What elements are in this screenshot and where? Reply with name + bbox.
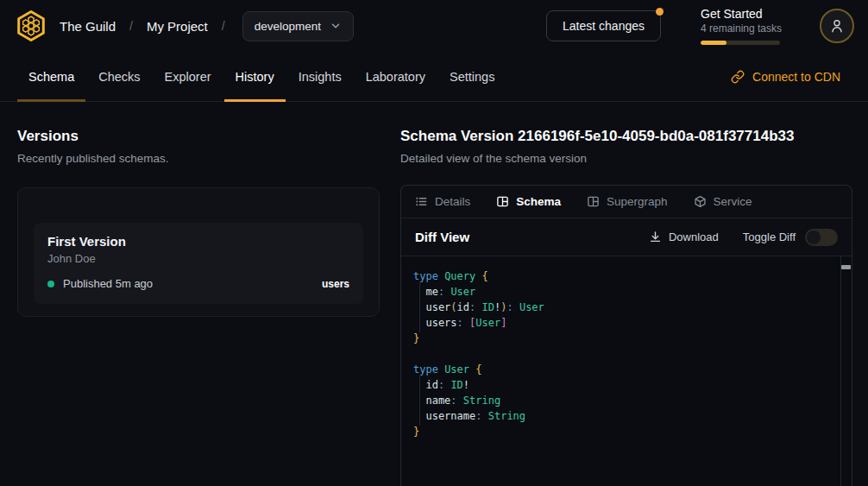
breadcrumb-project[interactable]: My Project	[147, 19, 208, 34]
detail-tab-label: Supergraph	[607, 195, 668, 208]
app-header: The Guild / My Project / development Lat…	[0, 0, 868, 52]
nav-tab-history[interactable]: History	[224, 52, 286, 101]
detail-tab-details[interactable]: Details	[415, 195, 470, 208]
link-icon	[731, 70, 745, 84]
version-list-item[interactable]: First Version John Doe Published 5m ago …	[34, 223, 363, 304]
breadcrumb-org[interactable]: The Guild	[60, 19, 116, 34]
nav-tabs: SchemaChecksExplorerHistoryInsightsLabor…	[17, 52, 506, 101]
code-line: id: ID!	[413, 377, 827, 393]
detail-tab-label: Schema	[516, 195, 561, 208]
scrollbar-thumb[interactable]	[841, 265, 851, 269]
toggle-knob	[807, 230, 821, 244]
user-avatar[interactable]	[820, 9, 854, 43]
code-line: users: [User]	[413, 315, 827, 331]
version-status: Published 5m ago	[63, 277, 153, 290]
code-line: me: User	[413, 284, 827, 300]
detail-tab-service[interactable]: Service	[694, 195, 752, 208]
code-line: type User {	[413, 362, 827, 377]
nav-tab-checks[interactable]: Checks	[87, 52, 151, 101]
nav-tab-settings[interactable]: Settings	[438, 52, 506, 101]
versions-list-card: First Version John Doe Published 5m ago …	[17, 187, 380, 317]
main-content: Versions Recently published schemas. Fir…	[0, 102, 868, 486]
target-selector-value: development	[255, 20, 321, 33]
chevron-down-icon	[330, 20, 342, 32]
get-started-subtitle: 4 remaining tasks	[701, 22, 780, 35]
diff-view-title: Diff View	[415, 230, 469, 244]
nav-tab-laboratory[interactable]: Laboratory	[355, 52, 437, 101]
detail-tab-schema[interactable]: Schema	[496, 195, 561, 208]
columns-icon	[496, 195, 509, 208]
download-label: Download	[669, 230, 719, 243]
version-status-row: Published 5m ago users	[47, 277, 349, 290]
cube-icon	[694, 195, 707, 208]
detail-tab-label: Details	[435, 195, 470, 208]
main-nav: SchemaChecksExplorerHistoryInsightsLabor…	[0, 52, 868, 102]
detail-tab-supergraph[interactable]: Supergraph	[587, 195, 668, 208]
version-author: John Doe	[47, 252, 349, 265]
service-badge: users	[322, 278, 349, 290]
hive-logo-icon[interactable]	[14, 9, 48, 43]
diff-toolbar: Diff View Download Toggle Diff	[401, 218, 852, 256]
latest-changes-button[interactable]: Latest changes	[546, 10, 661, 41]
header-right: Latest changes Get Started 4 remaining t…	[546, 7, 854, 45]
diff-actions: Download Toggle Diff	[649, 229, 838, 246]
code-line: name: String	[413, 393, 827, 408]
scrollbar-track[interactable]	[840, 256, 852, 486]
nav-tab-explorer[interactable]: Explorer	[154, 52, 223, 101]
version-detail-panel: Schema Version 2166196f-5e10-4059-bd0a-0…	[400, 102, 868, 486]
notification-dot	[656, 8, 664, 16]
connect-to-cdn-button[interactable]: Connect to CDN	[731, 52, 840, 101]
code-line: }	[413, 331, 827, 346]
published-status-dot	[47, 281, 54, 287]
breadcrumb-separator: /	[129, 19, 133, 33]
toggle-diff-label: Toggle Diff	[743, 230, 796, 243]
version-detail-subtitle: Detailed view of the schema version	[400, 152, 852, 165]
get-started-progress-fill	[701, 41, 726, 45]
download-icon	[649, 230, 662, 243]
version-name: First Version	[47, 234, 349, 249]
get-started-progressbar	[701, 41, 780, 45]
code-line: type Query {	[413, 268, 827, 284]
nav-tab-schema[interactable]: Schema	[17, 52, 85, 101]
list-icon	[415, 195, 428, 208]
version-detail-box: DetailsSchemaSupergraphService Diff View…	[400, 185, 852, 486]
versions-panel: Versions Recently published schemas. Fir…	[0, 102, 400, 486]
schema-code-viewer: type Query { me: User user(id: ID!): Use…	[401, 256, 852, 486]
nav-tab-insights[interactable]: Insights	[287, 52, 353, 101]
versions-subtitle: Recently published schemas.	[17, 152, 380, 165]
target-selector[interactable]: development	[242, 11, 354, 41]
code-line: }	[413, 424, 827, 439]
toggle-diff-switch[interactable]	[805, 229, 838, 246]
latest-changes-label: Latest changes	[563, 19, 645, 33]
get-started-title: Get Started	[701, 7, 780, 21]
get-started-widget[interactable]: Get Started 4 remaining tasks	[701, 7, 780, 45]
download-button[interactable]: Download	[649, 230, 719, 243]
code-line: username: String	[413, 408, 827, 424]
versions-title: Versions	[17, 128, 380, 145]
schema-sdl: type Query { me: User user(id: ID!): Use…	[413, 268, 827, 439]
code-line	[413, 346, 827, 362]
connect-to-cdn-label: Connect to CDN	[752, 70, 840, 84]
columns-icon	[587, 195, 600, 208]
user-icon	[828, 17, 846, 35]
breadcrumb-separator: /	[222, 19, 225, 33]
detail-tab-label: Service	[714, 195, 752, 208]
code-line: user(id: ID!): User	[413, 300, 827, 315]
version-detail-title: Schema Version 2166196f-5e10-4059-bd0a-0…	[400, 128, 852, 145]
detail-tabs: DetailsSchemaSupergraphService	[401, 186, 852, 218]
